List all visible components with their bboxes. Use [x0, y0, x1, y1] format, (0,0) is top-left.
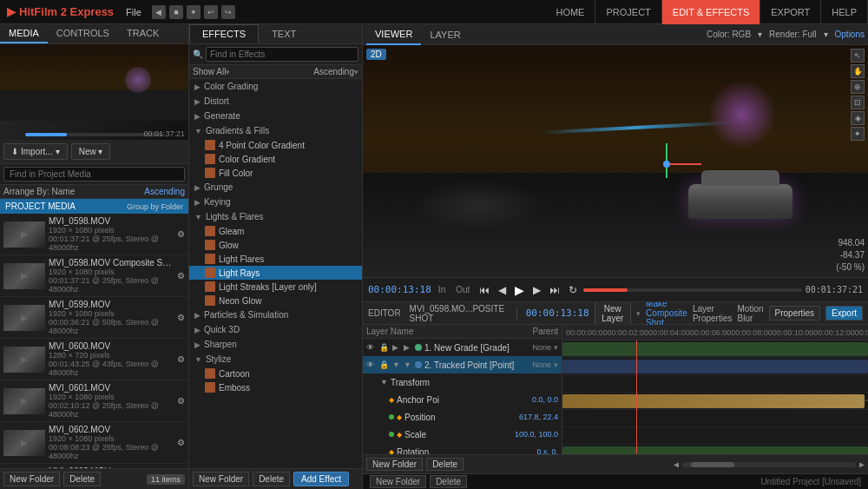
tool-pan[interactable]: ✋	[851, 64, 865, 78]
list-item[interactable]: MVI_0602.MOV 1920 × 1080 pixels 00:08:08…	[0, 422, 188, 464]
tab-controls[interactable]: CONTROLS	[48, 24, 118, 43]
import-button[interactable]: ⬇ Import... ▾	[3, 143, 68, 160]
expand-icon[interactable]: ▼	[392, 360, 401, 369]
layer-dropdown[interactable]: ▾	[554, 360, 558, 369]
list-item[interactable]: MVI_0601.MOV 1920 × 1080 pixels 00:02:10…	[0, 380, 188, 422]
tab-text[interactable]: TEXT	[259, 24, 309, 43]
tab-viewer[interactable]: VIEWER	[366, 24, 421, 45]
toolbar-icon-4[interactable]: ↩	[204, 5, 218, 19]
nav-edit-effects[interactable]: EDIT & EFFECTS	[662, 0, 760, 24]
timeline-delete-button[interactable]: Delete	[426, 458, 464, 471]
new-folder-button[interactable]: New Folder	[3, 472, 60, 486]
lock-icon[interactable]: 🔒	[379, 360, 390, 369]
media-settings-icon[interactable]: ⚙	[177, 271, 185, 281]
new-layer-button[interactable]: New Layer	[595, 302, 632, 326]
playback-skip-start[interactable]: ⏮	[477, 284, 492, 296]
tool-zoom[interactable]: ⊕	[851, 80, 865, 94]
prop-position[interactable]: ◆ Position 617.8, 22.4	[363, 408, 562, 426]
category-lights-flares[interactable]: ▼ Lights & Flares	[189, 209, 362, 224]
media-settings-icon[interactable]: ⚙	[177, 313, 185, 322]
layer-row-1[interactable]: 👁 🔒 ▶ ▶ 1. New Grade [Grade] None ▾	[363, 339, 562, 356]
tab-layer[interactable]: LAYER	[421, 24, 469, 45]
options-label[interactable]: Options	[835, 30, 865, 39]
nav-help[interactable]: HELP	[821, 0, 868, 24]
sort-label[interactable]: Ascending	[313, 67, 354, 76]
make-composite-btn[interactable]: Make Composite Shot	[646, 302, 687, 327]
tool-point[interactable]: ✦	[851, 127, 865, 141]
category-grunge[interactable]: ▶ Grunge	[189, 180, 362, 195]
lock-icon[interactable]: 🔒	[379, 343, 390, 352]
effect-light-streaks[interactable]: Light Streaks [Layer only]	[189, 280, 362, 294]
arrange-sort[interactable]: Ascending	[144, 187, 185, 196]
effect-color-gradient[interactable]: Color Gradient	[189, 152, 362, 166]
media-settings-icon[interactable]: ⚙	[177, 396, 185, 406]
status-new-folder[interactable]: New Folder	[370, 475, 426, 488]
effect-glow[interactable]: Glow	[189, 238, 362, 252]
tool-select[interactable]: ↖	[851, 49, 865, 63]
visibility-icon[interactable]: 👁	[366, 343, 377, 352]
list-item[interactable]: MVI_0598.MOV Composite Shot 1920 × 1080 …	[0, 255, 188, 297]
nav-home[interactable]: HOME	[545, 0, 595, 24]
delete-button[interactable]: Delete	[63, 472, 101, 486]
expand-icon[interactable]: ▶	[392, 343, 401, 352]
playback-next-frame[interactable]: ▶	[530, 284, 543, 296]
tab-effects[interactable]: EFFECTS	[189, 24, 259, 43]
prop-anchor[interactable]: ◆ Anchor Poi 0.0, 0.0	[363, 391, 562, 408]
timeline-tracks[interactable]: 00:00:00:00 00:00:02:00 00:00:04:00 00:0…	[562, 325, 868, 454]
list-item[interactable]: MVI_0598.MOV 1920 × 1080 pixels 00:01:37…	[0, 214, 188, 255]
layer-dropdown[interactable]: ▾	[554, 343, 558, 352]
prop-scale[interactable]: ◆ Scale 100.0, 100.0	[363, 426, 562, 443]
tool-crop[interactable]: ⊡	[851, 96, 865, 109]
track-row-2[interactable]	[562, 358, 868, 375]
playback-progress-bar[interactable]	[583, 288, 801, 292]
new-layer-dropdown[interactable]: ▾	[636, 309, 641, 318]
list-item[interactable]: MVI_0600.MOV 1280 × 720 pixels 00:01:43:…	[0, 339, 188, 380]
media-settings-icon[interactable]: ⚙	[177, 354, 185, 364]
category-stylize[interactable]: ▼ Stylize	[189, 352, 362, 367]
category-sharpen[interactable]: ▶ Sharpen	[189, 337, 362, 352]
layer-properties-btn[interactable]: Layer Properties	[693, 304, 733, 323]
filter-label[interactable]: Show All	[193, 67, 226, 76]
effects-search-input[interactable]	[206, 47, 358, 62]
nav-project[interactable]: PROJECT	[595, 0, 661, 24]
track-row-1[interactable]	[562, 340, 868, 358]
timeline-scrollbar[interactable]	[682, 462, 856, 467]
nav-export[interactable]: EXPORT	[760, 0, 821, 24]
effect-cartoon[interactable]: Cartoon	[189, 367, 362, 380]
expand-transform-icon[interactable]: ▼	[380, 378, 388, 387]
motion-blur-btn[interactable]: Motion Blur	[738, 304, 764, 323]
category-gradients[interactable]: ▼ Gradients & Fills	[189, 123, 362, 138]
track-row-position[interactable]	[562, 393, 868, 410]
media-settings-icon[interactable]: ⚙	[177, 438, 185, 447]
category-color-grading[interactable]: ▶ Color Grading	[189, 79, 362, 94]
transform-header[interactable]: ▼ Transform	[363, 373, 562, 391]
category-keying[interactable]: ▶ Keying	[189, 195, 362, 209]
playback-prev-frame[interactable]: ◀	[496, 284, 509, 296]
effect-gleam[interactable]: Gleam	[189, 224, 362, 238]
toolbar-icon-1[interactable]: ◀	[152, 5, 166, 19]
viewer-2d-button[interactable]: 2D	[366, 49, 386, 60]
playback-play[interactable]: ▶	[512, 283, 527, 297]
add-effect-button[interactable]: Add Effect	[293, 472, 349, 486]
effect-neon-glow[interactable]: Neon Glow	[189, 294, 362, 307]
category-distort[interactable]: ▶ Distort	[189, 94, 362, 109]
category-quick3d[interactable]: ▶ Quick 3D	[189, 322, 362, 337]
playback-skip-end[interactable]: ⏭	[547, 284, 562, 296]
layer-row-2[interactable]: 👁 🔒 ▼ ▼ 2. Tracked Point [Point] None ▾	[363, 356, 562, 373]
media-search-input[interactable]	[3, 167, 185, 182]
list-item[interactable]: MVI_0599.MOV 1920 × 1080 pixels 00:00:36…	[0, 297, 188, 339]
tab-track[interactable]: TRACK	[118, 24, 168, 43]
effects-delete-button[interactable]: Delete	[253, 472, 290, 486]
prop-rotation[interactable]: ◆ Rotation 0.x, 0.	[363, 443, 562, 454]
effect-light-flares[interactable]: Light Flares	[189, 252, 362, 266]
track-row-transform[interactable]	[562, 375, 868, 393]
media-settings-icon[interactable]: ⚙	[177, 229, 185, 239]
toolbar-icon-2[interactable]: ■	[169, 5, 183, 19]
file-menu[interactable]: File	[121, 7, 147, 17]
export-button[interactable]: Export	[825, 306, 863, 320]
new-button[interactable]: New ▾	[71, 143, 111, 160]
toolbar-icon-3[interactable]: ✦	[187, 5, 201, 19]
visibility-icon[interactable]: 👁	[366, 360, 377, 369]
track-row-scale[interactable]	[562, 410, 868, 427]
category-particles[interactable]: ▶ Particles & Simulation	[189, 307, 362, 322]
